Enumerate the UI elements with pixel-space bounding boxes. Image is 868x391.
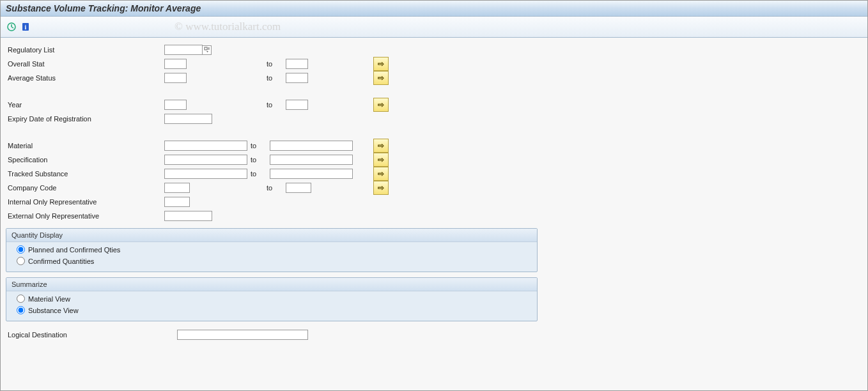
label-material: Material xyxy=(6,142,164,150)
company-code-more-button[interactable] xyxy=(373,181,389,195)
material-to-input[interactable] xyxy=(270,141,353,151)
label-regulatory-list: Regulatory List xyxy=(6,46,164,54)
tracked-substance-to-input[interactable] xyxy=(270,169,353,179)
summarize-group: Summarize Material View Substance View xyxy=(6,277,538,321)
average-status-to-input[interactable] xyxy=(286,73,308,83)
label-expiry-date: Expiry Date of Registration xyxy=(6,115,164,123)
summarize-title: Summarize xyxy=(6,278,537,291)
overall-stat-more-button[interactable] xyxy=(373,57,389,71)
year-more-button[interactable] xyxy=(373,98,389,112)
label-planned-confirmed: Planned and Confirmed Qties xyxy=(28,246,120,254)
label-year: Year xyxy=(6,101,164,109)
label-specification: Specification xyxy=(6,156,164,164)
info-icon: i xyxy=(21,22,30,31)
company-code-from-input[interactable] xyxy=(164,183,190,193)
info-button[interactable]: i xyxy=(20,21,31,33)
radio-planned-confirmed[interactable] xyxy=(17,245,25,254)
label-to: to xyxy=(267,60,286,68)
regulatory-list-f4-icon[interactable] xyxy=(203,45,212,55)
label-to: to xyxy=(251,142,270,150)
overall-stat-to-input[interactable] xyxy=(286,59,308,69)
quantity-display-title: Quantity Display xyxy=(6,229,537,242)
regulatory-list-input[interactable] xyxy=(164,45,203,55)
label-to: to xyxy=(267,184,286,192)
external-rep-input[interactable] xyxy=(164,211,212,221)
label-internal-rep: Internal Only Representative xyxy=(6,198,164,206)
label-average-status: Average Status xyxy=(6,74,164,82)
specification-more-button[interactable] xyxy=(373,153,389,167)
svg-text:i: i xyxy=(25,24,27,31)
logical-destination-input[interactable] xyxy=(177,330,308,340)
label-tracked-substance: Tracked Substance xyxy=(6,170,164,178)
quantity-display-group: Quantity Display Planned and Confirmed Q… xyxy=(6,228,538,272)
title-bar: Substance Volume Tracking: Monitor Avera… xyxy=(1,1,867,17)
average-status-more-button[interactable] xyxy=(373,71,389,85)
label-external-rep: External Only Representative xyxy=(6,212,164,220)
label-company-code: Company Code xyxy=(6,184,164,192)
specification-from-input[interactable] xyxy=(164,155,247,165)
radio-material-view[interactable] xyxy=(17,295,25,303)
radio-substance-view[interactable] xyxy=(17,306,25,314)
label-to: to xyxy=(267,101,286,109)
label-substance-view: Substance View xyxy=(28,307,79,314)
material-more-button[interactable] xyxy=(373,139,389,153)
year-from-input[interactable] xyxy=(164,100,187,110)
company-code-to-input[interactable] xyxy=(286,183,311,193)
expiry-date-input[interactable] xyxy=(164,114,212,124)
execute-button[interactable] xyxy=(6,21,17,33)
label-to: to xyxy=(267,74,286,82)
watermark: © www.tutorialkart.com xyxy=(174,20,281,33)
tracked-substance-more-button[interactable] xyxy=(373,167,389,181)
internal-rep-input[interactable] xyxy=(164,197,190,207)
average-status-from-input[interactable] xyxy=(164,73,187,83)
search-help-icon xyxy=(204,47,210,53)
label-logical-destination: Logical Destination xyxy=(6,331,177,339)
clock-execute-icon xyxy=(6,22,17,32)
toolbar: i © www.tutorialkart.com xyxy=(1,17,867,38)
label-overall-stat: Overall Stat xyxy=(6,60,164,68)
year-to-input[interactable] xyxy=(286,100,308,110)
svg-line-2 xyxy=(12,27,13,28)
material-from-input[interactable] xyxy=(164,141,247,151)
label-to: to xyxy=(251,156,270,164)
tracked-substance-from-input[interactable] xyxy=(164,169,247,179)
specification-to-input[interactable] xyxy=(270,155,353,165)
page-title: Substance Volume Tracking: Monitor Avera… xyxy=(6,3,201,13)
radio-confirmed[interactable] xyxy=(17,257,25,265)
label-to: to xyxy=(251,170,270,178)
label-material-view: Material View xyxy=(28,295,70,303)
svg-rect-5 xyxy=(205,47,207,50)
overall-stat-from-input[interactable] xyxy=(164,59,187,69)
label-confirmed: Confirmed Quantities xyxy=(28,257,94,265)
